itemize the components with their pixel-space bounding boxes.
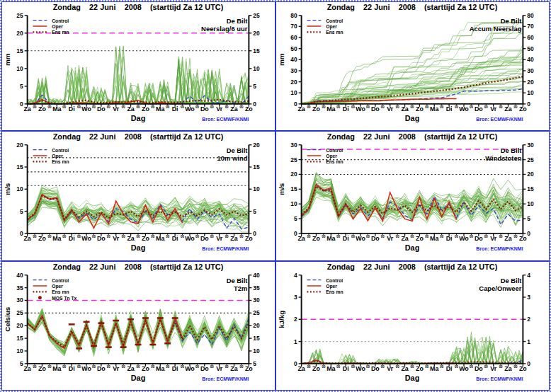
y-tick-label-right: 30 xyxy=(253,296,260,304)
y-tick-label-right: 60 xyxy=(527,34,534,41)
variable-label: T2m xyxy=(234,285,247,292)
day-label: Di xyxy=(343,235,349,242)
station-label: De Bilt xyxy=(501,277,522,284)
minor-hour-label: 00 xyxy=(77,365,81,369)
y-tick-label-left: 50 xyxy=(290,45,297,52)
day-label: Wo xyxy=(81,105,91,113)
source-label: Bron: ECMWF/KNMI xyxy=(476,117,523,122)
day-label: Vr xyxy=(387,364,393,371)
day-label: Wo xyxy=(459,105,469,113)
minor-hour-label: 00 xyxy=(195,365,199,369)
x-axis-label: Dag xyxy=(131,243,146,252)
station-label: De Bilt xyxy=(227,277,248,284)
day-label: Do xyxy=(475,105,483,113)
y-tick-label-left: 15 xyxy=(16,163,23,171)
minor-hour-label: 00 xyxy=(411,105,414,109)
legend: ControlOperEns mn xyxy=(33,18,69,35)
y-tick-label-left: 0 xyxy=(294,230,297,237)
y-tick-label-left: 25 xyxy=(16,309,23,316)
ensemble-member xyxy=(28,59,249,104)
y-tick-label-left: 15 xyxy=(16,47,23,54)
source-label: Bron: ECMWF/KNMI xyxy=(202,117,249,122)
day-label: Za xyxy=(23,364,30,371)
y-tick-label-right: 20 xyxy=(527,79,534,86)
y-tick-label-right: 25 xyxy=(527,156,534,163)
y-tick-label-right: 25 xyxy=(253,12,260,19)
day-label: Za xyxy=(401,105,408,113)
day-label: Za xyxy=(297,364,305,371)
y-tick-label-right: 0 xyxy=(527,360,530,367)
minor-hour-label: 00 xyxy=(307,105,311,109)
y-tick-label-left: 5 xyxy=(294,215,297,222)
legend-label-oper: Oper xyxy=(52,154,63,159)
day-label: Wo xyxy=(459,235,469,242)
legend-label-ensmn: Ens mn xyxy=(52,30,69,35)
minor-hour-label: 00 xyxy=(440,365,443,369)
minor-hour-label: 00 xyxy=(181,105,184,109)
minor-hour-label: 00 xyxy=(239,105,243,109)
y-tick-label-right: 10 xyxy=(527,200,534,207)
panel-windstoten: Zondag 22 Juni 2008 (starttijd Za 12 UTC… xyxy=(276,131,550,260)
minor-hour-label: 00 xyxy=(47,236,51,239)
day-label: Vr xyxy=(113,105,119,113)
minor-hour-label: 00 xyxy=(351,365,355,369)
minor-hour-label: 00 xyxy=(137,236,140,239)
y-tick-label-left: 20 xyxy=(16,322,23,329)
day-label: Za xyxy=(23,235,30,242)
minor-hour-label: 00 xyxy=(411,365,414,369)
variable-label: Neerslag/6 uur xyxy=(201,25,248,33)
day-label: Zo xyxy=(245,105,253,113)
day-label: Zo xyxy=(416,105,424,113)
y-tick-label-right: 10 xyxy=(253,65,260,72)
day-label: Ma xyxy=(156,364,164,371)
y-tick-label-right: 35 xyxy=(253,284,260,291)
legend-label-control: Control xyxy=(326,18,343,23)
minor-hour-label: 00 xyxy=(381,365,385,369)
legend-label-oper: Oper xyxy=(52,24,63,30)
panel-cape-onweer: Zondag 22 Juni 2008 (starttijd Za 12 UTC… xyxy=(276,261,550,391)
day-label: Wo xyxy=(356,235,365,242)
y-tick-label-left: 30 xyxy=(290,142,297,149)
minor-hour-label: 00 xyxy=(351,236,355,239)
wind-10m-chart: Zondag 22 Juni 2008 (starttijd Za 12 UTC… xyxy=(2,132,275,260)
minor-hour-label: 00 xyxy=(470,105,473,109)
day-label: Vr xyxy=(216,364,222,371)
y-tick-label-right: 0 xyxy=(253,230,256,237)
x-axis-label: Dag xyxy=(131,373,146,381)
minor-hour-label: 00 xyxy=(62,105,66,109)
accum-neerslag-chart: Zondag 22 Juni 2008 (starttijd Za 12 UTC… xyxy=(276,2,549,130)
day-label: Do xyxy=(371,105,380,113)
day-label: Vr xyxy=(216,235,222,242)
minor-hour-label: 00 xyxy=(137,365,140,369)
day-label: Za xyxy=(297,235,305,242)
day-label: Vr xyxy=(490,235,496,242)
panel-title: Zondag 22 Juni 2008 (starttijd Za 12 UTC… xyxy=(327,132,498,141)
day-label: Do xyxy=(371,364,380,371)
day-label: Wo xyxy=(81,235,91,242)
minor-hour-label: 00 xyxy=(322,365,325,369)
minor-hour-label: 00 xyxy=(77,236,81,239)
panel-title: Zondag 22 Juni 2008 (starttijd Za 12 UTC… xyxy=(53,132,224,141)
panel-title: Zondag 22 Juni 2008 (starttijd Za 12 UTC… xyxy=(53,3,224,11)
minor-hour-label: 00 xyxy=(92,236,96,239)
ensemble-member xyxy=(302,62,523,104)
minor-hour-label: 00 xyxy=(411,236,414,239)
minor-hour-label: 00 xyxy=(225,365,229,369)
day-label: Zo xyxy=(519,105,527,113)
minor-hour-label: 00 xyxy=(470,365,473,369)
day-label: Di xyxy=(69,105,75,113)
legend-label-oper: Oper xyxy=(326,284,337,289)
minor-hour-label: 00 xyxy=(47,105,51,109)
ensemble-member xyxy=(28,47,249,104)
day-label: Wo xyxy=(185,105,195,113)
y-tick-label-left: 15 xyxy=(16,335,23,342)
y-tick-label-right: 40 xyxy=(527,56,534,63)
day-label: Zo xyxy=(38,364,46,371)
minor-hour-label: 00 xyxy=(47,365,51,369)
ensemble-member xyxy=(28,63,249,104)
day-label: Do xyxy=(475,235,483,242)
legend-label-ensmn: Ens mn xyxy=(326,30,343,35)
minor-hour-label: 00 xyxy=(107,236,110,239)
ensemble-member xyxy=(28,59,249,104)
y-tick-label-right: 2 xyxy=(527,316,530,323)
